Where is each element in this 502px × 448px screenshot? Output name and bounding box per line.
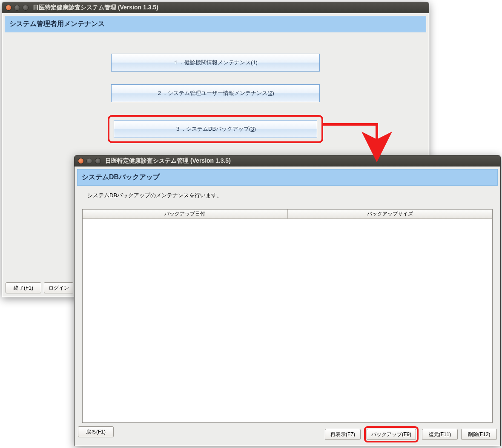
exit-button[interactable]: 終了(F1) [6, 282, 41, 293]
window-title: 日医特定健康診査システム管理 (Version 1.3.5) [105, 157, 231, 165]
footer-right: 再表示(F7) バックアップ(F9) 復元(F11) 削除(F12) [325, 426, 497, 442]
backup-button[interactable]: バックアップ(F9) [367, 429, 416, 440]
section-header: システムDBバックアップ [77, 169, 498, 186]
window-body: システムDBバックアップ システムDBバックアップのメンテナンスを行います。 バ… [75, 167, 500, 446]
label-key: 2 [269, 90, 272, 96]
label-suffix: ) [254, 126, 256, 132]
menu-button-label: ３．システムDBバックアップ(3) [175, 125, 256, 133]
label-key: 1 [252, 59, 255, 66]
section-header: システム管理者用メンテナンス [5, 16, 426, 32]
description-text: システムDBバックアップのメンテナンスを行います。 [77, 186, 498, 201]
footer-left: 戻る(F1) [78, 426, 114, 442]
highlight-annotation: ３．システムDBバックアップ(3) [108, 115, 323, 143]
window-controls [6, 5, 29, 11]
login-button[interactable]: ログイン [44, 282, 73, 293]
backup-table[interactable]: バックアップ日付 バックアップサイズ [82, 209, 493, 423]
back-button[interactable]: 戻る(F1) [78, 426, 114, 437]
titlebar[interactable]: 日医特定健康診査システム管理 (Version 1.3.5) [75, 155, 500, 167]
refresh-button[interactable]: 再表示(F7) [325, 429, 361, 440]
table-header-row: バックアップ日付 バックアップサイズ [83, 210, 492, 219]
minimize-icon[interactable] [86, 158, 92, 164]
menu-button-label: １．健診機関情報メンテナンス(1) [173, 59, 258, 66]
maximize-icon[interactable] [95, 158, 101, 164]
menu-button-label: ２．システム管理ユーザー情報メンテナンス(2) [157, 89, 274, 97]
footer-bar: 戻る(F1) 再表示(F7) バックアップ(F9) 復元(F11) 削除(F12… [78, 426, 497, 442]
minimize-icon[interactable] [14, 5, 20, 11]
window-title: 日医特定健康診査システム管理 (Version 1.3.5) [33, 4, 158, 11]
window-controls [78, 158, 101, 164]
close-icon[interactable] [6, 5, 11, 11]
label-suffix: ) [256, 59, 258, 66]
delete-button[interactable]: 削除(F12) [461, 429, 497, 440]
menu-button-db-backup[interactable]: ３．システムDBバックアップ(3) [114, 120, 317, 138]
label-prefix: １．健診機関情報メンテナンス( [173, 59, 252, 66]
label-prefix: ２．システム管理ユーザー情報メンテナンス( [157, 90, 269, 96]
maximize-icon[interactable] [23, 5, 29, 11]
label-key: 3 [251, 126, 254, 132]
menu-button-column: １．健診機関情報メンテナンス(1) ２．システム管理ユーザー情報メンテナンス(2… [5, 54, 426, 143]
highlight-annotation: バックアップ(F9) [364, 426, 419, 442]
menu-button-org-maintenance[interactable]: １．健診機関情報メンテナンス(1) [111, 54, 320, 72]
restore-button[interactable]: 復元(F11) [422, 429, 458, 440]
column-header-date[interactable]: バックアップ日付 [83, 210, 288, 219]
menu-button-user-maintenance[interactable]: ２．システム管理ユーザー情報メンテナンス(2) [111, 84, 320, 102]
label-prefix: ３．システムDBバックアップ( [175, 126, 251, 132]
window-db-backup: 日医特定健康診査システム管理 (Version 1.3.5) システムDBバック… [74, 155, 501, 446]
column-header-size[interactable]: バックアップサイズ [288, 210, 493, 219]
close-icon[interactable] [78, 158, 84, 164]
titlebar[interactable]: 日医特定健康診査システム管理 (Version 1.3.5) [2, 2, 429, 13]
label-suffix: ) [273, 90, 274, 96]
